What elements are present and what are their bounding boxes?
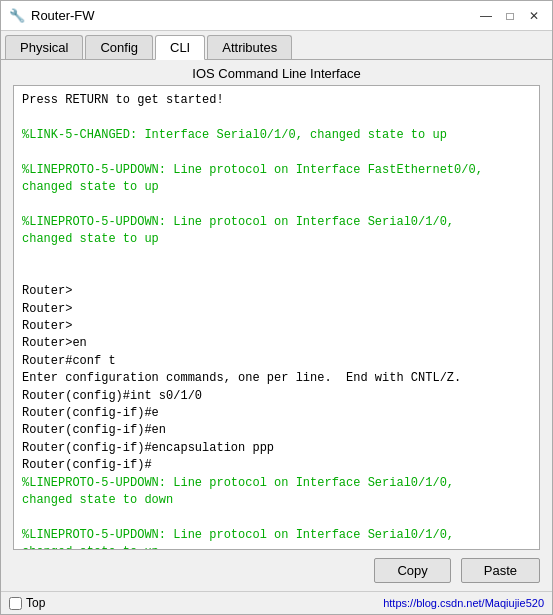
tab-attributes[interactable]: Attributes: [207, 35, 292, 59]
tab-physical[interactable]: Physical: [5, 35, 83, 59]
tab-bar: Physical Config CLI Attributes: [1, 31, 552, 60]
main-window: 🔧 Router-FW — □ ✕ Physical Config CLI At…: [0, 0, 553, 615]
cli-terminal[interactable]: Press RETURN to get started! %LINK-5-CHA…: [13, 85, 540, 550]
title-controls: — □ ✕: [476, 6, 544, 26]
tab-cli[interactable]: CLI: [155, 35, 205, 60]
top-checkbox-label: Top: [26, 596, 45, 610]
copy-button[interactable]: Copy: [374, 558, 450, 583]
window-icon: 🔧: [9, 8, 25, 24]
bottom-bar: Top https://blog.csdn.net/Maqiujie520: [1, 591, 552, 614]
panel-title: IOS Command Line Interface: [1, 60, 552, 85]
top-checkbox[interactable]: [9, 597, 22, 610]
maximize-button[interactable]: □: [500, 6, 520, 26]
cli-area-wrapper: Press RETURN to get started! %LINK-5-CHA…: [1, 85, 552, 550]
window-title: Router-FW: [31, 8, 476, 23]
minimize-button[interactable]: —: [476, 6, 496, 26]
paste-button[interactable]: Paste: [461, 558, 540, 583]
tab-config[interactable]: Config: [85, 35, 153, 59]
button-row: Copy Paste: [1, 550, 552, 591]
top-checkbox-row: Top: [9, 596, 45, 610]
watermark: https://blog.csdn.net/Maqiujie520: [383, 597, 544, 609]
close-button[interactable]: ✕: [524, 6, 544, 26]
title-bar: 🔧 Router-FW — □ ✕: [1, 1, 552, 31]
